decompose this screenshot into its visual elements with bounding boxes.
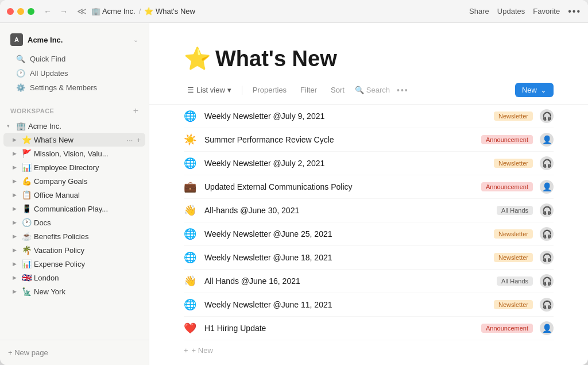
row-title[interactable]: Weekly Newsletter @June 18, 2021: [204, 253, 487, 262]
nav-buttons: ← →: [41, 6, 70, 17]
tag-newsletter[interactable]: Newsletter: [494, 112, 533, 121]
list-view-chevron-icon: ▾: [227, 86, 231, 94]
toolbar: ☰ List view ▾ Properties Filter Sort 🔍 S…: [149, 83, 588, 105]
list-view-button[interactable]: ☰ List view ▾: [184, 83, 235, 97]
sort-button[interactable]: Sort: [327, 83, 348, 97]
chevron-right-icon: ▶: [13, 275, 20, 281]
tree-item-expense[interactable]: ▶ 📊 Expense Policy: [3, 257, 145, 271]
breadcrumb-current[interactable]: ⭐ What's New: [144, 7, 195, 16]
chevron-right-icon: ▶: [13, 164, 20, 170]
tree-item-office-label: Office Manual: [34, 191, 142, 199]
tag-announcement[interactable]: Announcement: [481, 135, 533, 144]
sidebar-toggle-button[interactable]: ≪: [77, 6, 87, 17]
row-title[interactable]: All-hands @June 30, 2021: [204, 206, 490, 215]
chevron-right-icon: ▶: [13, 233, 20, 239]
tree-item-employee-directory[interactable]: ▶ 📊 Employee Directory: [3, 160, 145, 174]
table-row: ❤️ H1 Hiring Update Announcement 👤: [184, 317, 554, 340]
table-row: 💼 Updated External Communications Policy…: [184, 175, 554, 199]
maximize-button[interactable]: [28, 8, 34, 15]
forward-button[interactable]: →: [57, 6, 70, 17]
tree-item-office-manual[interactable]: ▶ 📋 Office Manual: [3, 188, 145, 202]
sidebar-footer: + New page: [0, 340, 149, 365]
new-entry-chevron-icon: ⌄: [540, 86, 547, 94]
favorite-button[interactable]: Favorite: [533, 7, 560, 16]
properties-button[interactable]: Properties: [249, 83, 290, 97]
titlebar: ← → ≪ 🏢 Acme Inc. / ⭐ What's New Share U…: [0, 0, 588, 23]
workspace-header[interactable]: A Acme Inc. ⌄: [6, 30, 143, 49]
tree-item-benefits[interactable]: ▶ ☕ Benefits Policies: [3, 229, 145, 243]
minimize-button[interactable]: [17, 8, 24, 15]
tree-item-employee-icon: 📊: [22, 163, 32, 172]
sidebar-item-quickfind[interactable]: 🔍 Quick Find: [11, 52, 137, 66]
row-icon: 🌐: [184, 298, 198, 311]
share-button[interactable]: Share: [469, 7, 489, 16]
chevron-right-icon: ▶: [13, 261, 20, 267]
tree-item-docs[interactable]: ▶ 🕐 Docs: [3, 216, 145, 229]
add-new-label: + New: [192, 346, 213, 355]
sidebar-item-quickfind-label: Quick Find: [30, 55, 65, 63]
new-page-button[interactable]: + New page: [8, 346, 48, 359]
tag-newsletter[interactable]: Newsletter: [494, 300, 533, 309]
tree-item-mission-label: Mission, Vision, Valu...: [34, 149, 142, 158]
tree-item-whatsnew[interactable]: ▶ ⭐ What's New ··· +: [3, 133, 145, 147]
new-entry-label: New: [522, 86, 537, 94]
breadcrumb-workspace[interactable]: 🏢 Acme Inc.: [91, 7, 136, 16]
tag-allhands[interactable]: All Hands: [497, 206, 533, 215]
new-entry-button[interactable]: New ⌄: [515, 83, 554, 97]
sidebar-item-settings[interactable]: ⚙️ Settings & Members: [11, 80, 137, 95]
traffic-lights: [7, 8, 34, 15]
avatar: 🎧: [540, 227, 554, 241]
breadcrumb-separator: /: [139, 7, 141, 16]
tree-item-office-icon: 📋: [22, 190, 32, 199]
more-options-button[interactable]: •••: [568, 6, 581, 17]
table-row: 🌐 Weekly Newsletter @July 2, 2021 Newsle…: [184, 152, 554, 175]
row-title[interactable]: Weekly Newsletter @July 2, 2021: [204, 159, 487, 168]
tree-item-mission[interactable]: ▶ 🚩 Mission, Vision, Valu...: [3, 147, 145, 160]
row-title[interactable]: Updated External Communications Policy: [204, 182, 474, 191]
tree-item-london[interactable]: ▶ 🇬🇧 London: [3, 271, 145, 285]
table-row: 🌐 Weekly Newsletter @July 9, 2021 Newsle…: [184, 105, 554, 128]
tag-newsletter[interactable]: Newsletter: [494, 159, 533, 168]
updates-button[interactable]: Updates: [497, 7, 525, 16]
tag-announcement[interactable]: Announcement: [481, 182, 533, 191]
row-icon: 👋: [184, 275, 198, 287]
tree-item-newyork[interactable]: ▶ 🗽 New York: [3, 285, 145, 298]
tree-item-vacation[interactable]: ▶ 🌴 Vacation Policy: [3, 243, 145, 257]
avatar: 🎧: [540, 109, 554, 123]
tree-item-expense-label: Expense Policy: [34, 260, 142, 268]
avatar: 🎧: [540, 156, 554, 170]
workspace-add-button[interactable]: +: [133, 106, 138, 116]
tree-item-communication[interactable]: ▶ 📱 Communication Play...: [3, 202, 145, 216]
sidebar: A Acme Inc. ⌄ 🔍 Quick Find 🕐 All Updates…: [0, 23, 149, 365]
filter-button[interactable]: Filter: [297, 83, 320, 97]
back-button[interactable]: ←: [41, 6, 54, 17]
tag-allhands[interactable]: All Hands: [497, 276, 533, 286]
search-area[interactable]: 🔍 Search: [355, 86, 390, 94]
row-icon: 🌐: [184, 157, 198, 170]
tag-newsletter[interactable]: Newsletter: [494, 253, 533, 262]
search-label: Search: [366, 86, 390, 94]
tag-newsletter[interactable]: Newsletter: [494, 229, 533, 239]
row-title[interactable]: Summer Performance Review Cycle: [204, 135, 474, 144]
row-title[interactable]: H1 Hiring Update: [204, 324, 474, 333]
search-icon: 🔍: [16, 55, 25, 63]
sidebar-item-allupdates-label: All Updates: [30, 69, 68, 78]
chevron-right-icon: ▶: [13, 192, 20, 198]
tree-item-company-goals[interactable]: ▶ 💪 Company Goals: [3, 174, 145, 188]
row-title[interactable]: Weekly Newsletter @July 9, 2021: [204, 112, 487, 121]
chevron-right-icon: ▶: [13, 137, 20, 143]
tree-item-more-button[interactable]: ···: [126, 136, 134, 144]
row-title[interactable]: Weekly Newsletter @June 25, 2021: [204, 229, 487, 239]
tree-item-acme[interactable]: ▾ 🏢 Acme Inc.: [3, 119, 145, 133]
add-new-row[interactable]: + + New: [184, 340, 554, 360]
workspace-section-text: WORKSPACE: [10, 107, 54, 114]
sidebar-tree: ▾ 🏢 Acme Inc. ▶ ⭐ What's New ··· + ▶: [0, 118, 149, 340]
avatar: 👤: [540, 180, 554, 194]
toolbar-more-button[interactable]: •••: [397, 86, 409, 95]
row-title[interactable]: All Hands @June 16, 2021: [204, 276, 490, 286]
tag-announcement[interactable]: Announcement: [481, 324, 533, 333]
sidebar-item-allupdates[interactable]: 🕐 All Updates: [11, 66, 137, 80]
row-title[interactable]: Weekly Newsletter @June 11, 2021: [204, 300, 487, 309]
tree-item-add-button[interactable]: +: [135, 136, 142, 144]
close-button[interactable]: [7, 8, 14, 15]
